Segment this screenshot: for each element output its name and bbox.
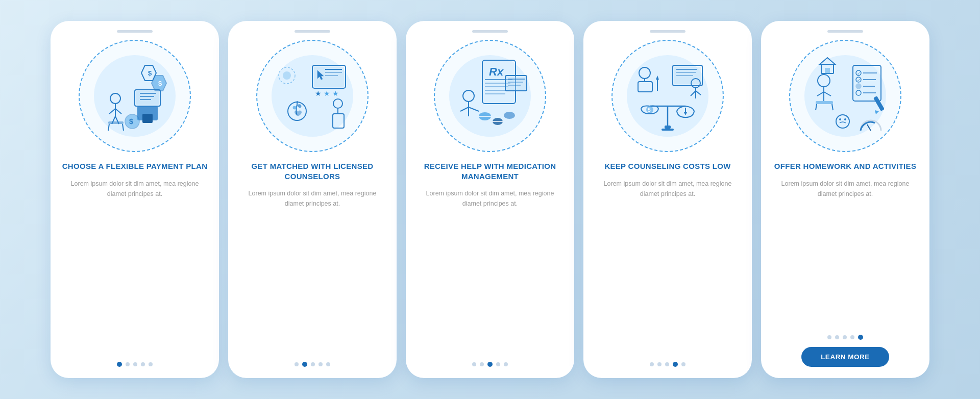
card-medication: Rx — [406, 21, 574, 378]
card-homework: ✓ ✓ — [761, 21, 929, 378]
card-desc-5: Lorem ipsum dolor sit dim amet, mea regi… — [772, 179, 918, 199]
dot-1-1[interactable] — [117, 362, 122, 367]
svg-text:✓: ✓ — [857, 78, 861, 83]
phone-notch-5 — [827, 30, 863, 33]
svg-line-76 — [696, 91, 701, 95]
svg-rect-79 — [665, 126, 671, 129]
svg-line-47 — [469, 107, 479, 111]
dot-3-4[interactable] — [496, 362, 500, 366]
dots-row-5 — [827, 326, 863, 340]
dot-1-5[interactable] — [149, 362, 153, 366]
svg-line-3 — [115, 109, 121, 114]
svg-rect-33 — [333, 114, 344, 128]
learn-more-button[interactable]: LEARN MORE — [801, 347, 889, 367]
dot-3-1[interactable] — [472, 362, 476, 366]
dots-row-1 — [117, 353, 153, 367]
dot-4-2[interactable] — [657, 362, 662, 366]
svg-line-75 — [691, 91, 696, 96]
svg-text:$: $ — [648, 107, 651, 113]
svg-rect-6 — [108, 121, 124, 124]
svg-text:✓: ✓ — [857, 71, 861, 76]
dot-2-5[interactable] — [326, 362, 330, 366]
dot-5-3[interactable] — [843, 335, 847, 339]
svg-point-70 — [639, 67, 650, 79]
svg-line-2 — [109, 109, 115, 114]
phone-notch-3 — [472, 30, 508, 33]
svg-line-101 — [832, 104, 833, 110]
dot-2-4[interactable] — [318, 362, 323, 366]
card-title-5: OFFER HOMEWORK AND ACTIVITIES — [774, 161, 916, 171]
dot-4-5[interactable] — [681, 362, 685, 366]
svg-text:$: $ — [158, 80, 162, 87]
svg-point-89 — [856, 84, 861, 89]
svg-rect-99 — [816, 101, 833, 104]
svg-point-32 — [333, 99, 342, 108]
svg-point-106 — [839, 118, 841, 120]
homework-illustration-svg: ✓ ✓ — [799, 50, 891, 142]
svg-text:Rx: Rx — [489, 65, 504, 78]
svg-rect-71 — [638, 82, 652, 92]
svg-rect-18 — [136, 91, 159, 105]
svg-line-8 — [122, 124, 124, 131]
card-title-1: CHOOSE A FLEXIBLE PAYMENT PLAN — [62, 161, 208, 171]
dot-5-2[interactable] — [835, 335, 839, 339]
card-title-2: GET MATCHED WITH LICENSED COUNSELORS — [239, 161, 385, 181]
dot-2-3[interactable] — [311, 362, 315, 366]
dot-5-4[interactable] — [850, 335, 854, 339]
svg-text:★: ★ — [332, 89, 339, 97]
dot-2-1[interactable] — [295, 362, 299, 366]
svg-rect-14 — [142, 114, 153, 123]
dot-5-5[interactable] — [858, 335, 863, 340]
svg-point-107 — [844, 118, 846, 120]
payment-illustration-svg: $ $ $ — [89, 50, 181, 142]
card-costs-low: $ — [583, 21, 752, 378]
cards-container: $ $ $ CHOOSE A FLEXIBLE PAYMENT PLAN Lor… — [30, 6, 950, 393]
svg-text:★: ★ — [324, 89, 330, 97]
dot-5-1[interactable] — [827, 335, 831, 339]
card-title-3: RECEIVE HELP WITH MEDICATION MANAGEMENT — [417, 161, 563, 181]
svg-text:$: $ — [148, 69, 152, 77]
svg-line-98 — [824, 92, 831, 96]
dot-3-2[interactable] — [480, 362, 484, 366]
svg-line-108 — [867, 124, 871, 131]
illustration-payment: $ $ $ — [79, 40, 191, 152]
card-desc-1: Lorem ipsum dolor sit dim amet, mea regi… — [62, 179, 208, 199]
svg-rect-55 — [506, 77, 526, 90]
svg-point-45 — [463, 90, 474, 102]
dot-1-3[interactable] — [133, 362, 137, 366]
svg-point-53 — [504, 112, 515, 119]
dot-1-4[interactable] — [141, 362, 145, 366]
card-title-4: KEEP COUNSELING COSTS LOW — [604, 161, 730, 171]
illustration-costs: $ — [611, 40, 724, 152]
svg-marker-102 — [820, 58, 835, 64]
dot-1-2[interactable] — [126, 362, 130, 366]
dot-4-4[interactable] — [673, 362, 678, 367]
illustration-homework: ✓ ✓ — [789, 40, 901, 152]
phone-notch-4 — [650, 30, 685, 33]
dots-row-3 — [472, 353, 508, 367]
card-desc-3: Lorem ipsum dolor sit dim amet, mea regi… — [417, 188, 563, 209]
card-desc-2: Lorem ipsum dolor sit dim amet, mea regi… — [239, 188, 385, 209]
svg-rect-80 — [662, 129, 674, 131]
dot-2-2[interactable] — [302, 362, 307, 367]
svg-marker-78 — [656, 76, 659, 80]
phone-notch — [117, 30, 153, 33]
svg-line-100 — [816, 104, 817, 110]
svg-line-97 — [817, 92, 824, 96]
svg-rect-104 — [825, 68, 830, 73]
dots-row-4 — [650, 353, 685, 367]
card-licensed-counselors: ★ ★ ★ GET MATCHED WITH LICENSED COUNSELO… — [228, 21, 397, 378]
phone-notch-2 — [295, 30, 330, 33]
medication-illustration-svg: Rx — [444, 50, 536, 142]
dots-row-2 — [295, 353, 330, 367]
svg-point-36 — [283, 71, 291, 80]
svg-point-105 — [836, 115, 849, 128]
card-desc-4: Lorem ipsum dolor sit dim amet, mea regi… — [595, 179, 741, 199]
dot-3-3[interactable] — [487, 362, 493, 367]
dot-4-1[interactable] — [650, 362, 654, 366]
svg-point-95 — [818, 74, 830, 87]
svg-marker-64 — [684, 112, 687, 115]
dot-4-3[interactable] — [665, 362, 669, 366]
dot-3-5[interactable] — [504, 362, 508, 366]
costs-illustration-svg: $ — [622, 50, 714, 142]
